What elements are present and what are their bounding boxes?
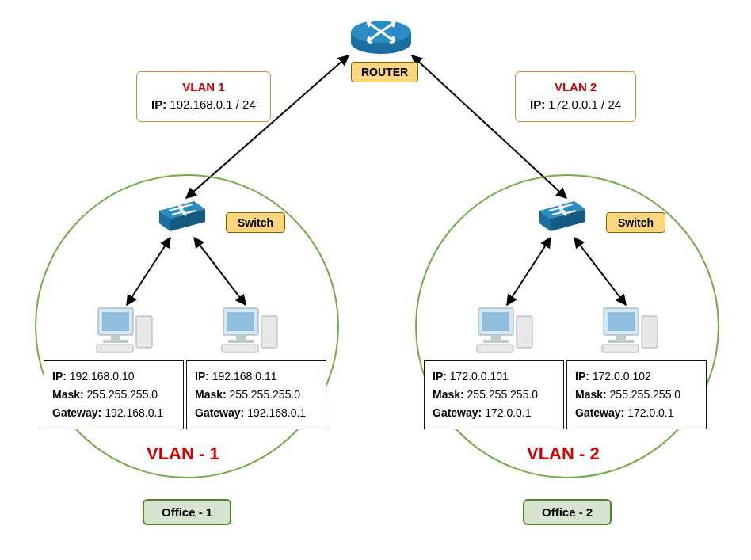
svg-rect-17	[111, 335, 120, 340]
svg-rect-34	[608, 312, 635, 331]
vlan1-info-box: VLAN 1 IP: 192.168.0.1 / 24	[136, 71, 271, 122]
vlan2-label: VLAN - 2	[527, 444, 600, 464]
svg-rect-31	[517, 316, 532, 348]
router-label: ROUTER	[351, 62, 418, 82]
svg-rect-30	[483, 340, 509, 343]
switch-right-label: Switch	[606, 212, 665, 233]
svg-rect-28	[482, 312, 509, 331]
switch-left-label: Switch	[226, 212, 285, 233]
svg-rect-24	[228, 340, 254, 343]
pc-r1-info: IP: 172.0.0.101 Mask: 255.255.255.0 Gate…	[424, 360, 564, 429]
svg-rect-29	[491, 335, 501, 340]
pc-l1-icon	[95, 305, 157, 357]
svg-rect-37	[642, 316, 658, 348]
switch-right-icon	[535, 196, 590, 239]
pc-l2-info: IP: 192.168.0.11 Mask: 255.255.255.0 Gat…	[186, 360, 326, 429]
svg-rect-19	[136, 316, 152, 348]
svg-rect-25	[261, 316, 277, 348]
office1-label: Office - 1	[143, 499, 231, 525]
vlan1-label: VLAN - 1	[147, 444, 219, 464]
pc-l2-icon	[220, 305, 282, 357]
svg-rect-23	[236, 335, 246, 340]
svg-rect-16	[102, 312, 129, 331]
router-icon	[349, 8, 414, 60]
pc-r1-icon	[475, 305, 537, 357]
vlan2-title: VLAN 2	[530, 78, 621, 96]
switch-left-icon	[154, 196, 210, 239]
pc-r2-info: IP: 172.0.0.102 Mask: 255.255.255.0 Gate…	[566, 360, 707, 429]
svg-rect-32	[477, 345, 513, 352]
office2-label: Office - 2	[523, 499, 612, 525]
svg-rect-20	[97, 345, 133, 352]
pc-r2-icon	[600, 305, 662, 357]
svg-rect-38	[602, 345, 639, 352]
vlan1-title: VLAN 1	[151, 78, 256, 96]
svg-rect-36	[608, 340, 634, 343]
svg-rect-18	[103, 340, 128, 343]
vlan2-info-box: VLAN 2 IP: 172.0.0.1 / 24	[515, 71, 636, 122]
svg-rect-22	[227, 312, 254, 331]
svg-rect-26	[222, 345, 258, 352]
pc-l1-info: IP: 192.168.0.10 Mask: 255.255.255.0 Gat…	[44, 360, 184, 429]
svg-rect-35	[616, 335, 626, 340]
